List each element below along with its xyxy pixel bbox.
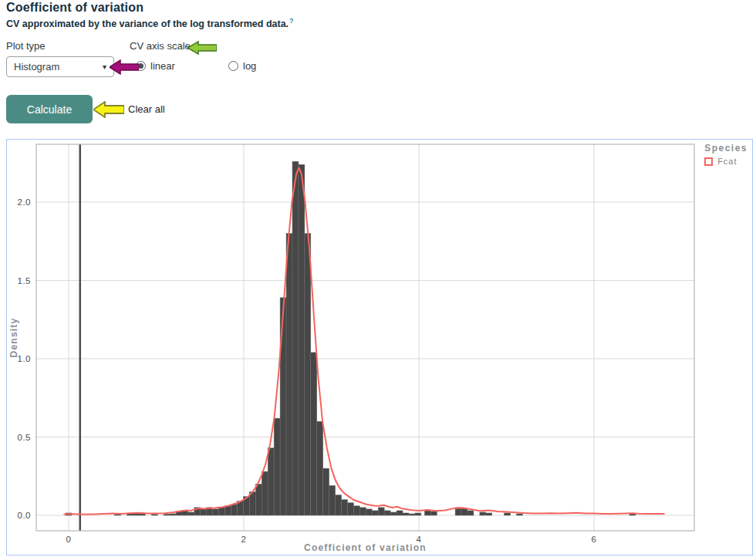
histogram-bar xyxy=(255,484,262,515)
svg-text:0.5: 0.5 xyxy=(18,433,32,442)
histogram-bar xyxy=(280,298,286,515)
histogram-bar xyxy=(323,468,329,515)
histogram-bar xyxy=(219,508,225,515)
histogram-bar xyxy=(336,495,342,515)
histogram-bar xyxy=(268,448,274,515)
histogram-bar xyxy=(274,418,280,515)
histogram-bar xyxy=(366,509,372,515)
clear-all-link[interactable]: Clear all xyxy=(128,103,165,115)
histogram-bar xyxy=(378,508,384,515)
calculate-button[interactable]: Calculate xyxy=(6,95,93,123)
histogram-bar xyxy=(311,353,317,515)
histogram-bar xyxy=(517,514,523,515)
histogram-bar xyxy=(397,511,403,515)
x-axis-title: Coefficient of variation xyxy=(304,542,427,553)
fcat-swatch-icon xyxy=(704,157,713,166)
plot-panel: 02460.00.51.01.52.0Coefficient of variat… xyxy=(6,139,753,555)
histogram-bar xyxy=(390,512,397,515)
histogram-bar xyxy=(424,511,430,515)
svg-text:0.0: 0.0 xyxy=(18,511,32,520)
svg-text:1.0: 1.0 xyxy=(18,354,32,363)
histogram-bar xyxy=(225,506,231,515)
histogram-bar xyxy=(231,505,238,515)
histogram-bar xyxy=(151,514,157,515)
help-icon[interactable]: ? xyxy=(289,17,294,25)
histogram-bar xyxy=(262,471,268,515)
cv-histogram-chart: 02460.00.51.01.52.0Coefficient of variat… xyxy=(7,140,752,555)
histogram-bar xyxy=(329,485,336,515)
yellow-arrow-icon xyxy=(93,101,124,118)
histogram-bar xyxy=(317,421,323,515)
svg-text:2.0: 2.0 xyxy=(18,197,32,207)
green-arrow-icon xyxy=(187,41,217,55)
histogram-bar xyxy=(359,508,366,515)
magenta-arrow-icon xyxy=(110,59,139,75)
gridlines xyxy=(36,144,694,531)
legend-title: Species xyxy=(704,143,748,154)
histogram-bar xyxy=(292,161,299,515)
radio-linear[interactable]: linear xyxy=(136,60,175,72)
legend-entry-label: Fcat xyxy=(717,157,737,166)
histogram-bar xyxy=(415,513,421,515)
subtitle-text: CV approximated by the variance of the l… xyxy=(6,19,289,29)
density-curve xyxy=(64,167,664,515)
radio-log-label: log xyxy=(243,60,256,72)
histogram-bar xyxy=(486,513,492,515)
histogram-bar xyxy=(353,506,359,515)
histogram-bar xyxy=(249,492,255,515)
radio-log[interactable]: log xyxy=(228,60,256,72)
histogram-bar xyxy=(188,512,194,515)
page-subtitle: CV approximated by the variance of the l… xyxy=(6,17,294,29)
histogram-bar xyxy=(201,509,207,515)
histogram-bar xyxy=(467,511,474,515)
y-axis-title: Density xyxy=(8,318,19,358)
svg-text:0: 0 xyxy=(66,535,72,544)
histogram-bar xyxy=(237,501,243,515)
histogram-bar xyxy=(461,508,467,515)
histogram-bar xyxy=(342,500,348,515)
svg-text:1.5: 1.5 xyxy=(18,276,32,285)
histogram-bars xyxy=(66,161,636,515)
histogram-bar xyxy=(213,509,219,515)
histogram-bar xyxy=(170,514,176,515)
chevron-down-icon: ▾ xyxy=(103,62,106,71)
page-title: Coefficient of variation xyxy=(6,1,143,15)
radio-log-circle[interactable] xyxy=(228,61,238,71)
histogram-bar xyxy=(409,514,415,515)
histogram-bar xyxy=(430,511,437,515)
histogram-bar xyxy=(372,511,378,515)
cv-axis-scale-label: CV axis scale xyxy=(130,40,191,52)
svg-text:2: 2 xyxy=(241,535,247,544)
svg-text:6: 6 xyxy=(592,535,597,544)
histogram-bar xyxy=(505,513,511,515)
histogram-bar xyxy=(164,514,170,515)
plot-type-value: Histogram xyxy=(14,61,59,73)
plot-type-label: Plot type xyxy=(6,40,46,52)
legend-entry-fcat[interactable]: Fcat xyxy=(704,157,748,166)
plot-type-select[interactable]: Histogram ▾ xyxy=(6,56,114,77)
radio-linear-label: linear xyxy=(150,60,175,72)
histogram-bar xyxy=(299,164,305,515)
histogram-bar xyxy=(480,512,486,515)
chart-legend: Species Fcat xyxy=(704,143,748,166)
coefficient-of-variation-page: Coefficient of variation CV approximated… xyxy=(0,0,756,557)
histogram-bar xyxy=(305,234,311,515)
histogram-bar xyxy=(403,513,409,515)
histogram-bar xyxy=(348,503,354,515)
histogram-bar xyxy=(286,234,292,515)
histogram-bar xyxy=(384,511,390,515)
